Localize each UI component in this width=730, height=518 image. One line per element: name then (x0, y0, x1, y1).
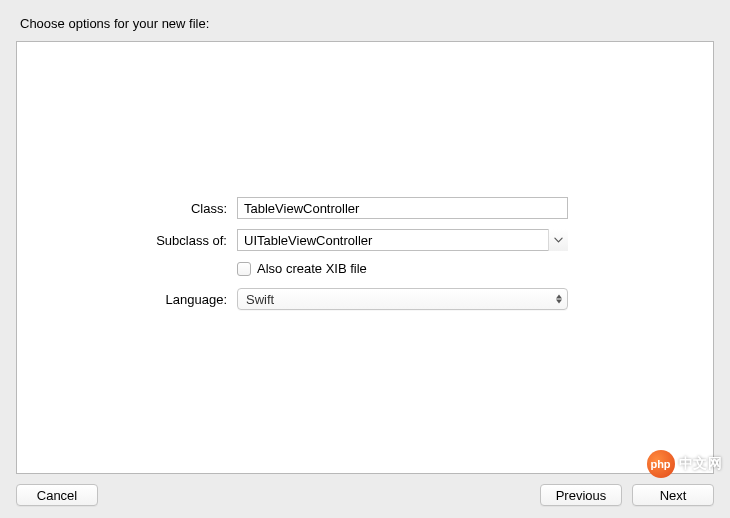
footer-left: Cancel (16, 484, 98, 506)
xib-checkbox[interactable] (237, 262, 251, 276)
main-panel: Class: Subclass of: Al (16, 41, 714, 474)
subclass-row: Subclass of: (17, 229, 568, 251)
watermark-text: 中文网 (679, 455, 723, 473)
class-input[interactable] (237, 197, 568, 219)
dialog-title: Choose options for your new file: (20, 16, 714, 31)
subclass-input[interactable] (237, 229, 568, 251)
footer: Cancel Previous Next (16, 474, 714, 506)
language-value[interactable]: Swift (237, 288, 568, 310)
next-button[interactable]: Next (632, 484, 714, 506)
watermark: php 中文网 (647, 450, 723, 478)
language-control: Swift (237, 288, 568, 310)
cancel-button[interactable]: Cancel (16, 484, 98, 506)
form-area: Class: Subclass of: Al (17, 197, 713, 320)
footer-right: Previous Next (540, 484, 714, 506)
xib-label[interactable]: Also create XIB file (257, 261, 367, 276)
class-row: Class: (17, 197, 568, 219)
subclass-combo[interactable] (237, 229, 568, 251)
language-row: Language: Swift (17, 288, 568, 310)
subclass-control (237, 229, 568, 251)
language-label: Language: (17, 292, 237, 307)
subclass-label: Subclass of: (17, 233, 237, 248)
dialog-container: Choose options for your new file: Class:… (0, 0, 730, 518)
language-select[interactable]: Swift (237, 288, 568, 310)
class-control (237, 197, 568, 219)
class-label: Class: (17, 201, 237, 216)
xib-row: Also create XIB file (237, 261, 568, 276)
watermark-logo-icon: php (647, 450, 675, 478)
previous-button[interactable]: Previous (540, 484, 622, 506)
